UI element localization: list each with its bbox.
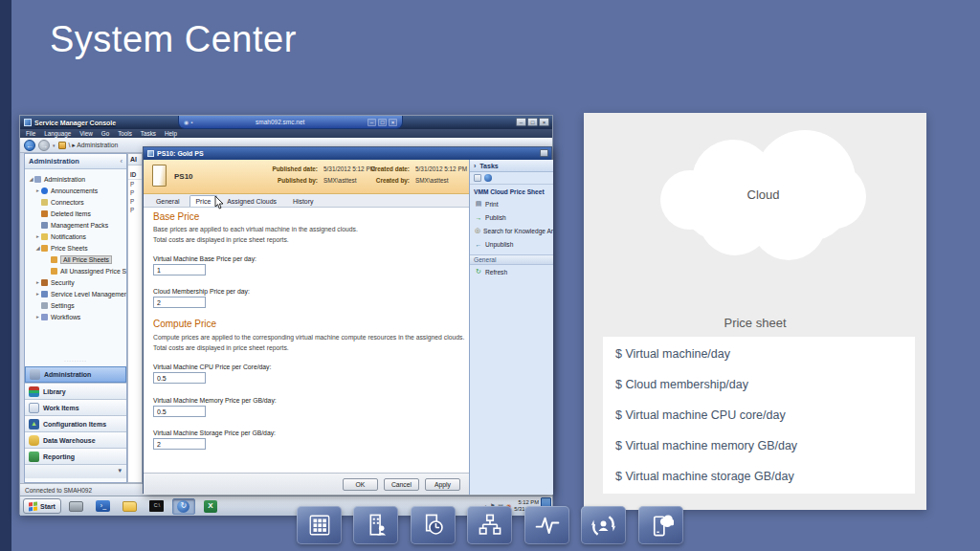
item-name: PS10 <box>174 172 193 181</box>
menu-go[interactable]: Go <box>101 130 109 137</box>
dialog-titlebar[interactable]: PS10: Gold PS <box>144 147 551 160</box>
dock-tile-sync-user[interactable] <box>581 506 626 544</box>
dock-tile-network-diagram[interactable] <box>467 506 512 544</box>
tree-item-workflows[interactable]: ▸Workflows <box>25 311 126 322</box>
rdp-minimize-icon[interactable]: – <box>368 119 376 126</box>
taskbar-cmd-icon[interactable]: C:\ <box>145 498 168 515</box>
expander-icon[interactable]: ▸ <box>34 291 41 297</box>
tree-item-announcements[interactable]: ▸Announcements <box>25 185 126 196</box>
rdp-close-icon[interactable]: × <box>389 119 397 126</box>
tree-item-deleted-items[interactable]: Deleted Items <box>25 208 126 219</box>
list-row[interactable]: P <box>128 188 142 197</box>
tree-item-settings[interactable]: Settings <box>25 299 126 311</box>
nav-button-work-items[interactable]: Work Items <box>25 399 126 415</box>
taskbar-powershell-icon[interactable]: ›_ <box>92 498 115 515</box>
tree-item-all-unassigned-price-sheets[interactable]: All Unassigned Price Sheets <box>25 265 126 276</box>
expander-icon[interactable]: ▸ <box>34 279 41 285</box>
forward-icon[interactable]: → <box>38 140 50 151</box>
wunderbar-options-icon[interactable]: ▾ <box>25 464 126 478</box>
history-dropdown-icon[interactable]: ▾ <box>53 143 56 148</box>
taskbar-excel-icon[interactable]: X <box>199 498 222 515</box>
collapse-pane-icon[interactable]: ‹ <box>121 157 123 165</box>
minimize-icon[interactable]: – <box>516 118 526 126</box>
rdp-connection-bar: ◉ ▪ smah092.smc.net – □ × <box>178 116 403 129</box>
menu-file[interactable]: File <box>26 130 35 137</box>
slide-canvas: System Center Service Manager Console – … <box>0 0 980 551</box>
document-icon[interactable] <box>474 174 481 182</box>
cancel-button[interactable]: Cancel <box>384 478 419 491</box>
list-row[interactable]: P <box>128 197 142 206</box>
taskbar-folder-icon[interactable] <box>119 498 142 515</box>
tab-assigned-clouds[interactable]: Assigned Clouds <box>220 195 283 207</box>
rdp-restore-icon[interactable]: □ <box>378 119 387 126</box>
nav-button-administration[interactable]: Administration <box>25 366 126 383</box>
back-icon[interactable]: ← <box>24 140 35 151</box>
breadcrumb[interactable]: \ ▸ Administration <box>69 142 119 149</box>
taskbar-service-manager-icon[interactable]: ↻ <box>172 498 195 515</box>
globe-icon[interactable] <box>484 174 492 182</box>
list-row[interactable]: P <box>128 206 142 214</box>
dock-tile-apps-grid[interactable] <box>297 506 342 544</box>
nav-button-reporting[interactable]: Reporting <box>25 448 126 464</box>
cloud-membership-price-input[interactable] <box>153 297 206 308</box>
tasks-pane-header[interactable]: › Tasks <box>470 160 553 172</box>
menu-language[interactable]: Language <box>44 130 71 137</box>
restore-icon[interactable]: □ <box>527 118 538 126</box>
task-publish[interactable]: →Publish <box>470 210 553 224</box>
vm-storage-price-input[interactable] <box>153 438 206 450</box>
tree-item-service-level-management[interactable]: ▸Service Level Management <box>25 288 126 299</box>
navigation-pane-header[interactable]: Administration ‹ <box>25 154 126 169</box>
tasks-general-header[interactable]: General <box>470 254 553 265</box>
menu-tools[interactable]: Tools <box>118 130 132 137</box>
expander-icon[interactable]: ▸ <box>34 233 41 239</box>
list-row[interactable]: P <box>128 180 142 188</box>
tree-item-connectors[interactable]: Connectors <box>25 196 126 208</box>
task-print[interactable]: ▤Print <box>470 197 553 210</box>
menu-bar: File Language View Go Tools Tasks Help <box>20 129 552 138</box>
expander-icon[interactable]: ◢ <box>28 176 34 182</box>
apply-button[interactable]: Apply <box>425 478 460 491</box>
expander-icon[interactable]: ◢ <box>34 245 41 251</box>
nav-button-library[interactable]: Library <box>25 383 126 399</box>
task-refresh[interactable]: ↻Refresh <box>470 265 553 278</box>
tree-item-administration[interactable]: ◢Administration <box>25 173 126 185</box>
dock-tile-building-user[interactable] <box>353 506 398 544</box>
tree-item-security[interactable]: ▸Security <box>25 276 126 288</box>
price-sheet-icon <box>41 245 48 252</box>
task-search-knowledge[interactable]: ◎Search for Knowledge Artic <box>470 224 553 237</box>
tab-price[interactable]: Price <box>189 195 218 207</box>
dock-tile-server-cloud[interactable] <box>638 506 683 544</box>
menu-view[interactable]: View <box>79 130 93 137</box>
results-list-header[interactable]: Al <box>128 154 142 165</box>
dock-tile-document-clock[interactable] <box>411 506 456 544</box>
pane-splitter[interactable]: ......... <box>25 357 126 363</box>
vm-memory-price-input[interactable] <box>153 406 206 417</box>
task-unpublish[interactable]: ←Unpublish <box>470 237 553 251</box>
id-column-header[interactable]: ID <box>128 165 142 180</box>
taskbar-device-icon[interactable] <box>65 498 88 515</box>
tree-item-notifications[interactable]: ▸Notifications <box>25 231 126 242</box>
dock-tile-pulse-monitor[interactable] <box>524 506 569 544</box>
rdp-host: smah092.smc.net <box>194 119 366 125</box>
expander-icon[interactable]: ▸ <box>34 187 41 193</box>
tab-history[interactable]: History <box>286 195 320 207</box>
dialog-control-icon[interactable] <box>540 149 548 157</box>
tree-item-price-sheets[interactable]: ◢Price Sheets <box>25 242 126 253</box>
tab-general[interactable]: General <box>149 195 187 207</box>
expander-icon[interactable]: ▸ <box>34 314 41 320</box>
menu-help[interactable]: Help <box>165 130 177 137</box>
vm-cpu-price-input[interactable] <box>153 372 206 384</box>
close-icon[interactable]: × <box>539 118 549 126</box>
administration-icon <box>30 369 40 380</box>
menu-tasks[interactable]: Tasks <box>141 130 156 137</box>
printer-icon: ▤ <box>475 200 482 208</box>
pin-icon[interactable]: ◉ <box>184 119 189 125</box>
start-button[interactable]: Start <box>23 498 61 514</box>
nav-button-data-warehouse[interactable]: Data Warehouse <box>25 431 126 448</box>
price-item: $ Virtual machine/day <box>615 339 730 369</box>
nav-button-configuration-items[interactable]: ▲Configuration Items <box>25 415 126 431</box>
ok-button[interactable]: OK <box>343 478 378 491</box>
tree-item-management-packs[interactable]: Management Packs <box>25 219 126 231</box>
tree-item-all-price-sheets[interactable]: All Price Sheets <box>25 253 126 265</box>
vm-base-price-input[interactable] <box>153 264 206 276</box>
